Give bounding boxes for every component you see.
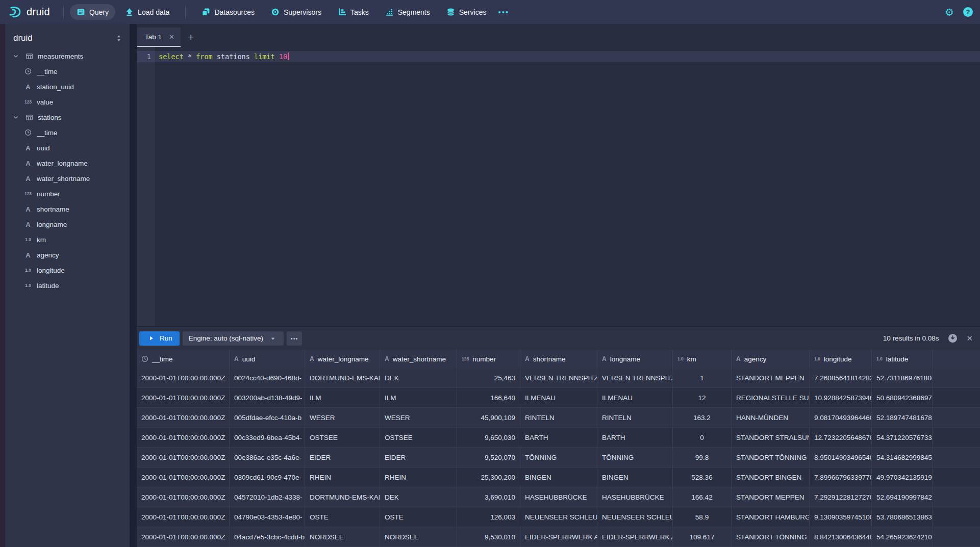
nav-item-query[interactable]: Query [70, 4, 115, 20]
cell-uuid[interactable]: 04790e03-4353-4e80- [230, 507, 305, 527]
cell-number[interactable]: 9,530,010 [457, 527, 520, 547]
cell-longitude[interactable]: 12.7232205648670 [810, 428, 872, 448]
cell-agency[interactable]: STANDORT HAMBURG [732, 507, 810, 527]
cell-water_longname[interactable]: EIDER [305, 448, 380, 467]
cell-km[interactable]: 12 [673, 388, 732, 408]
cell-water_longname[interactable]: OSTE [305, 507, 380, 527]
cell-latitude[interactable]: 50.6809423686975 [872, 388, 933, 408]
cell-agency[interactable]: STANDORT MEPPEN [732, 368, 810, 388]
cell-number[interactable]: 9,520,070 [457, 448, 520, 467]
cell-longname[interactable]: NEUENSEER SCHLEUSE [597, 507, 673, 527]
chevron-down-icon[interactable] [11, 53, 20, 59]
cell-km[interactable]: 58.9 [673, 507, 732, 527]
cell-uuid[interactable]: 005dfdae-efcc-410a-b [230, 408, 305, 428]
cell-__time[interactable]: 2000-01-01T00:00:00.000Z [137, 368, 230, 388]
column-header-agency[interactable]: Aagency [732, 350, 810, 368]
cell-km[interactable]: 109.617 [673, 527, 732, 547]
cell-latitude[interactable]: 52.1897474816785 [872, 408, 933, 428]
query-more-button[interactable]: ••• [287, 331, 302, 346]
cell-shortname[interactable]: EIDER-SPERRWERK AP [520, 527, 597, 547]
download-icon[interactable] [948, 333, 958, 343]
cell-km[interactable]: 528.36 [673, 467, 732, 487]
column-header-water_shortname[interactable]: Awater_shortname [380, 350, 457, 368]
tree-table-measurements[interactable]: measurements [5, 48, 130, 64]
tab-tab1[interactable]: Tab 1 ✕ [137, 28, 181, 47]
cell-latitude[interactable]: 54.3712205767335 [872, 428, 933, 448]
cell-uuid[interactable]: 00e386ac-e35c-4a6e- [230, 448, 305, 467]
tree-column-value[interactable]: 123value [5, 94, 130, 110]
tree-column-km[interactable]: 1.0km [5, 232, 130, 247]
cell-__time[interactable]: 2000-01-01T00:00:00.000Z [137, 448, 230, 467]
cell-longname[interactable]: BARTH [597, 428, 673, 448]
tree-column-station_uuid[interactable]: Astation_uuid [5, 79, 130, 94]
close-results-icon[interactable]: ✕ [966, 334, 973, 343]
cell-longname[interactable]: HASEHUBBRÜCKE [597, 487, 673, 507]
nav-item-supervisors[interactable]: Supervisors [264, 4, 328, 20]
cell-agency[interactable]: STANDORT BINGEN [732, 467, 810, 487]
cell-water_shortname[interactable]: RHEIN [380, 467, 457, 487]
sidebar-splitter[interactable] [130, 24, 137, 547]
cell-water_shortname[interactable]: EIDER [380, 448, 457, 467]
cell-water_shortname[interactable]: DEK [380, 368, 457, 388]
sql-text[interactable]: select * from stations limit 10 [155, 51, 980, 62]
cell-number[interactable]: 25,463 [457, 368, 520, 388]
tab-close-icon[interactable]: ✕ [169, 33, 174, 41]
engine-select[interactable]: Engine: auto (sql-native) [183, 331, 284, 346]
cell-latitude[interactable]: 49.9703421359195 [872, 467, 933, 487]
cell-water_shortname[interactable]: OSTSEE [380, 428, 457, 448]
cell-shortname[interactable]: BINGEN [520, 467, 597, 487]
cell-water_longname[interactable]: ILM [305, 388, 380, 408]
chevron-down-icon[interactable] [11, 114, 20, 120]
tree-column-number[interactable]: 123number [5, 186, 130, 201]
tree-column-latitude[interactable]: 1.0latitude [5, 278, 130, 293]
nav-item-segments[interactable]: Segments [379, 4, 437, 20]
cell-water_shortname[interactable]: WESER [380, 408, 457, 428]
column-header-km[interactable]: 1.0km [673, 350, 732, 368]
cell-longname[interactable]: VERSEN TRENNSPITZE [597, 368, 673, 388]
sql-editor[interactable]: 1 select * from stations limit 10 [137, 47, 980, 326]
column-header-water_longname[interactable]: Awater_longname [305, 350, 380, 368]
cell-longitude[interactable]: 8.84213006436440 [810, 527, 872, 547]
nav-item-datasources[interactable]: Datasources [195, 4, 261, 20]
cell-uuid[interactable]: 04572010-1db2-4338- [230, 487, 305, 507]
tree-column-uuid[interactable]: Auuid [5, 140, 130, 155]
cell-latitude[interactable]: 54.2659236242105 [872, 527, 933, 547]
cell-agency[interactable]: HANN-MÜNDEN [732, 408, 810, 428]
cell-number[interactable]: 3,690,010 [457, 487, 520, 507]
cell-km[interactable]: 1 [673, 368, 732, 388]
column-header-number[interactable]: 123number [457, 350, 520, 368]
cell-longname[interactable]: BINGEN [597, 467, 673, 487]
cell-__time[interactable]: 2000-01-01T00:00:00.000Z [137, 388, 230, 408]
cell-longitude[interactable]: 7.29291228127270 [810, 487, 872, 507]
cell-water_longname[interactable]: DORTMUND-EMS-KANAL [305, 487, 380, 507]
cell-longname[interactable]: ILMENAU [597, 388, 673, 408]
cell-longitude[interactable]: 9.13090359745100 [810, 507, 872, 527]
cell-water_longname[interactable]: OSTSEE [305, 428, 380, 448]
cell-__time[interactable]: 2000-01-01T00:00:00.000Z [137, 428, 230, 448]
cell-agency[interactable]: STANDORT TÖNNING [732, 448, 810, 467]
cell-km[interactable]: 0 [673, 428, 732, 448]
cell-water_longname[interactable]: WESER [305, 408, 380, 428]
tree-table-stations[interactable]: stations [5, 110, 130, 125]
cell-longitude[interactable]: 10.9288425873946 [810, 388, 872, 408]
tree-column-longitude[interactable]: 1.0longitude [5, 263, 130, 278]
cell-__time[interactable]: 2000-01-01T00:00:00.000Z [137, 487, 230, 507]
cell-water_shortname[interactable]: OSTE [380, 507, 457, 527]
cell-shortname[interactable]: RINTELN [520, 408, 597, 428]
tree-column-water_longname[interactable]: Awater_longname [5, 155, 130, 171]
column-header-__time[interactable]: __time [137, 350, 230, 368]
help-icon[interactable]: ? [963, 7, 973, 17]
cell-__time[interactable]: 2000-01-01T00:00:00.000Z [137, 467, 230, 487]
cell-shortname[interactable]: TÖNNING [520, 448, 597, 467]
double-caret-sort-icon[interactable] [115, 35, 122, 42]
cell-number[interactable]: 166,640 [457, 388, 520, 408]
cell-water_shortname[interactable]: DEK [380, 487, 457, 507]
cell-uuid[interactable]: 04acd7e5-3cbc-4cdd-b [230, 527, 305, 547]
cell-longitude[interactable]: 7.89966796339770 [810, 467, 872, 487]
cell-uuid[interactable]: 00c33ed9-6bea-45b4- [230, 428, 305, 448]
column-header-longitude[interactable]: 1.0longitude [810, 350, 872, 368]
cell-water_longname[interactable]: RHEIN [305, 467, 380, 487]
cell-longitude[interactable]: 9.08170493964460 [810, 408, 872, 428]
cell-water_shortname[interactable]: NORDSEE [380, 527, 457, 547]
cell-agency[interactable]: STANDORT MEPPEN [732, 487, 810, 507]
